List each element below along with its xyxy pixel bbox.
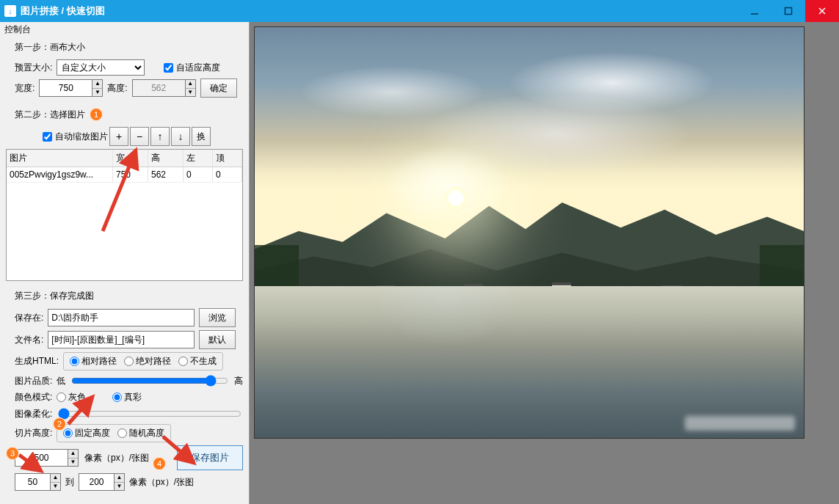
step2-section: 第二步：选择图片 1 自动缩放图片 + − ↑ ↓ 换 [0,105,249,149]
savein-input[interactable] [48,309,195,326]
px-spinner[interactable]: ▲▼ [15,449,79,467]
savein-label: 保存在: [15,312,43,324]
table-row[interactable]: 005zPwvigy1gsz9w... 750 562 0 0 [7,167,242,183]
default-button[interactable]: 默认 [199,330,236,349]
app-icon: ↓ [4,5,16,17]
preset-label: 预置大小: [15,62,52,74]
control-panel: 控制台 第一步：画布大小 预置大小: 自定义大小 自适应高度 宽度: [0,22,250,504]
col-left: 左 [184,150,213,167]
cell-l: 0 [184,167,213,182]
browse-button[interactable]: 浏览 [199,308,236,327]
autoscale-check-input[interactable] [43,132,52,142]
filename-input[interactable] [48,331,195,348]
sliceheight-random[interactable]: 随机高度 [117,427,164,439]
step3-title: 第三步：保存完成图 [6,288,243,305]
move-down-button[interactable]: ↓ [171,127,190,146]
preset-select[interactable]: 自定义大小 [57,59,145,76]
window-title: 图片拼接 / 快速切图 [21,4,105,18]
step2-title: 第二步：选择图片 [15,109,85,121]
image-table[interactable]: 图片 宽 高 左 顶 005zPwvigy1gsz9w... 750 562 0… [6,149,243,281]
remove-image-button[interactable]: − [130,127,149,146]
filename-label: 文件名: [15,334,43,346]
px-down[interactable]: ▼ [68,459,78,467]
quality-label: 图片品质: [15,375,52,387]
col-top: 顶 [213,150,242,167]
maximize-button[interactable] [771,0,805,22]
width-label: 宽度: [15,82,34,95]
marker-4: 4 [153,457,166,470]
genhtml-relative[interactable]: 相对路径 [70,355,117,368]
width-up[interactable]: ▲ [92,80,102,89]
preview-image[interactable] [254,26,805,439]
col-image: 图片 [7,150,113,167]
autofit-check-input[interactable] [164,63,173,73]
width-down[interactable]: ▼ [92,89,102,97]
sliceheight-group: 固定高度 随机高度 [57,424,171,442]
autofit-checkbox[interactable]: 自适应高度 [164,62,220,74]
step1-section: 第一步：画布大小 预置大小: 自定义大小 自适应高度 宽度: ▲▼ [0,38,249,105]
swap-button[interactable]: 换 [192,127,211,146]
window-controls [738,0,839,22]
step1-title: 第一步：画布大小 [6,40,243,56]
cell-name: 005zPwvigy1gsz9w... [7,167,113,182]
width-spinner[interactable]: ▲▼ [39,79,103,97]
add-image-button[interactable]: + [109,127,128,146]
app-window: ↓ 图片拼接 / 快速切图 控制台 第一步：画布大小 预置大小: [0,0,839,504]
genhtml-absolute[interactable]: 绝对路径 [124,355,171,368]
width-input[interactable] [39,79,92,97]
close-button[interactable] [805,0,839,22]
colormode-label: 颜色模式: [15,391,52,403]
confirm-button[interactable]: 确定 [200,78,237,98]
col-width: 宽 [113,150,148,167]
px-input[interactable] [15,449,68,467]
cell-w: 750 [113,167,148,182]
height-down: ▼ [186,89,195,97]
quality-low: 低 [57,375,65,387]
sliceheight-label: 切片高度: [15,427,52,439]
table-header: 图片 宽 高 左 顶 [7,150,242,167]
range-from-spinner[interactable]: ▲▼ [15,473,61,491]
genhtml-label: 生成HTML: [15,355,59,368]
range-unit: 像素（px）/张图 [129,476,194,489]
softening-slider[interactable] [58,408,241,420]
move-up-button[interactable]: ↑ [150,127,170,146]
panel-header: 控制台 [0,22,249,38]
svg-rect-1 [785,8,792,15]
cell-h: 562 [148,167,184,182]
height-spinner: ▲▼ [132,79,196,97]
cell-t: 0 [213,167,242,182]
genhtml-group: 相对路径 绝对路径 不生成 [63,352,223,370]
minimize-button[interactable] [738,0,771,22]
marker-2: 2 [53,417,66,431]
col-height: 高 [148,150,184,167]
autoscale-checkbox[interactable]: 自动缩放图片 [43,131,108,143]
height-input [132,79,185,97]
px-up[interactable]: ▲ [68,450,78,459]
workspace: 控制台 第一步：画布大小 预置大小: 自定义大小 自适应高度 宽度: [0,22,839,504]
colormode-truecolor[interactable]: 真彩 [112,391,142,403]
softening-label: 图像柔化: [15,408,52,420]
height-up: ▲ [186,80,195,89]
genhtml-none[interactable]: 不生成 [178,355,217,368]
range-to-spinner[interactable]: ▲▼ [79,473,125,491]
range-from-input[interactable] [15,473,50,491]
colormode-gray[interactable]: 灰色 [57,391,86,403]
sliceheight-fixed[interactable]: 固定高度 [63,427,110,439]
marker-3: 3 [6,447,19,460]
quality-high: 高 [234,375,243,387]
px-unit: 像素（px）/张图 [84,452,149,464]
height-label: 高度: [107,82,127,95]
marker-1: 1 [90,108,103,121]
preview-pane [250,22,839,504]
watermark [685,416,795,431]
titlebar: ↓ 图片拼接 / 快速切图 [0,0,839,22]
save-image-button[interactable]: 保存图片 [177,445,243,470]
step3-section: 第三步：保存完成图 保存在: 浏览 文件名: 默认 生成HTML: 相对路径 绝… [0,287,249,498]
range-to-input[interactable] [79,473,114,491]
quality-slider[interactable] [71,375,228,387]
range-to-label: 到 [65,476,74,489]
